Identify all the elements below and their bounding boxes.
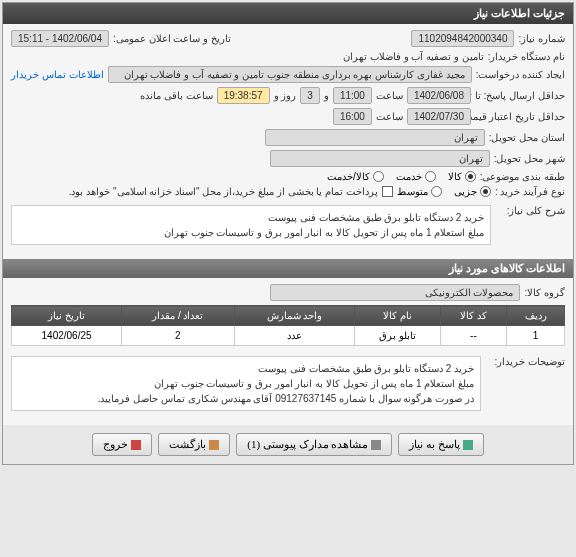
attachment-icon (371, 440, 381, 450)
overview-line2: مبلغ استعلام 1 ماه پس از تحویل کالا به ا… (18, 225, 484, 240)
category-both-label: کالا/خدمت (327, 171, 370, 182)
exit-button-label: خروج (103, 438, 128, 451)
treasury-checkbox[interactable] (382, 186, 393, 197)
panel-title: جزئیات اطلاعات نیاز (3, 3, 573, 24)
creator-value: مجید غفاری کارشناس بهره برداری منطقه جنو… (108, 66, 472, 83)
overview-label: شرح کلی نیاز: (495, 201, 565, 216)
cell-name: تابلو برق (355, 326, 440, 346)
respond-button[interactable]: پاسخ به نیاز (398, 433, 484, 456)
col-date: تاریخ نیاز (12, 306, 122, 326)
respond-button-label: پاسخ به نیاز (409, 438, 460, 451)
radio-icon (373, 171, 384, 182)
items-section-header: اطلاعات کالاهای مورد نیاز (3, 259, 573, 278)
category-both-option[interactable]: کالا/خدمت (327, 171, 384, 182)
deadline-date: 1402/06/08 (407, 87, 471, 104)
back-button[interactable]: بازگشت (158, 433, 230, 456)
attachments-button-label: مشاهده مدارک پیوستی (1) (247, 438, 368, 451)
buyer-notes-label: توضیحات خریدار: (485, 352, 565, 367)
exit-icon (131, 440, 141, 450)
col-qty: تعداد / مقدار (122, 306, 234, 326)
buyer-notes-line1: خرید 2 دستگاه تابلو برق طبق مشخصات فنی پ… (18, 361, 474, 376)
cell-code: -- (440, 326, 507, 346)
back-button-label: بازگشت (169, 438, 206, 451)
deadline-label: حداقل ارسال پاسخ: تا تاریخ: (475, 90, 565, 101)
table-row[interactable]: 1 -- تابلو برق عدد 2 1402/06/25 (12, 326, 565, 346)
category-label: طبقه بندی موضوعی: (480, 171, 565, 182)
items-table: ردیف کد کالا نام کالا واحد شمارش تعداد /… (11, 305, 565, 346)
category-goods-option[interactable]: کالا (448, 171, 476, 182)
time-label-1: ساعت (376, 90, 403, 101)
radio-icon (465, 171, 476, 182)
days-value: 3 (300, 87, 320, 104)
payment-note: پرداخت تمام یا بخشی از مبلغ خرید،از محل … (69, 186, 378, 197)
remaining-label: ساعت باقی مانده (140, 90, 213, 101)
validity-label: حداقل تاریخ اعتبار قیمت: تا تاریخ: (475, 111, 565, 122)
process-minor-option[interactable]: جزیی (454, 186, 491, 197)
group-value: محصولات الکترونیکی (270, 284, 520, 301)
category-service-option[interactable]: خدمت (396, 171, 436, 182)
radio-icon (480, 186, 491, 197)
radio-icon (425, 171, 436, 182)
group-label: گروه کالا: (524, 287, 565, 298)
validity-time: 16:00 (333, 108, 372, 125)
process-medium-option[interactable]: متوسط (397, 186, 442, 197)
col-unit: واحد شمارش (234, 306, 355, 326)
cell-row: 1 (507, 326, 565, 346)
process-radio-group: جزیی متوسط (397, 186, 491, 197)
delivery-province-value: تهران (265, 129, 485, 146)
category-radio-group: کالا خدمت کالا/خدمت (327, 171, 476, 182)
col-name: نام کالا (355, 306, 440, 326)
process-medium-label: متوسط (397, 186, 428, 197)
days-label: روز و (274, 90, 297, 101)
delivery-province-label: استان محل تحویل: (489, 132, 565, 143)
cell-unit: عدد (234, 326, 355, 346)
cell-date: 1402/06/25 (12, 326, 122, 346)
buyer-notes-line3: در صورت هرگونه سوال با شماره 09127637145… (18, 391, 474, 406)
contact-info-link[interactable]: اطلاعات تماس خریدار (11, 69, 104, 80)
need-number-value: 1102094842000340 (411, 30, 514, 47)
reply-icon (463, 440, 473, 450)
time-label-2: ساعت (376, 111, 403, 122)
need-number-label: شماره نیاز: (518, 33, 565, 44)
process-minor-label: جزیی (454, 186, 477, 197)
announce-label: تاریخ و ساعت اعلان عمومی: (113, 33, 231, 44)
exit-button[interactable]: خروج (92, 433, 152, 456)
overview-line1: خرید 2 دستگاه تابلو برق طبق مشخصات فنی پ… (18, 210, 484, 225)
delivery-city-label: شهر محل تحویل: (494, 153, 565, 164)
and-label: و (324, 90, 329, 101)
buyer-notes-box: خرید 2 دستگاه تابلو برق طبق مشخصات فنی پ… (11, 356, 481, 411)
category-service-label: خدمت (396, 171, 422, 182)
announce-value: 1402/06/04 - 15:11 (11, 30, 109, 47)
countdown-value: 19:38:57 (217, 87, 270, 104)
deadline-time: 11:00 (333, 87, 372, 104)
attachments-button[interactable]: مشاهده مدارک پیوستی (1) (236, 433, 392, 456)
col-code: کد کالا (440, 306, 507, 326)
buyer-notes-line2: مبلغ استعلام 1 ماه پس از تحویل کالا به ا… (18, 376, 474, 391)
radio-icon (431, 186, 442, 197)
delivery-city-value: تهران (270, 150, 490, 167)
buyer-org-value: تامین و تصفیه آب و فاضلاب تهران (343, 51, 484, 62)
button-bar: پاسخ به نیاز مشاهده مدارک پیوستی (1) باز… (3, 425, 573, 464)
table-header-row: ردیف کد کالا نام کالا واحد شمارش تعداد /… (12, 306, 565, 326)
validity-date: 1402/07/30 (407, 108, 471, 125)
col-row: ردیف (507, 306, 565, 326)
back-icon (209, 440, 219, 450)
creator-label: ایجاد کننده درخواست: (476, 69, 565, 80)
category-goods-label: کالا (448, 171, 462, 182)
buyer-org-label: نام دستگاه خریدار: (488, 51, 565, 62)
cell-qty: 2 (122, 326, 234, 346)
process-label: نوع فرآیند خرید : (495, 186, 565, 197)
overview-box: خرید 2 دستگاه تابلو برق طبق مشخصات فنی پ… (11, 205, 491, 245)
